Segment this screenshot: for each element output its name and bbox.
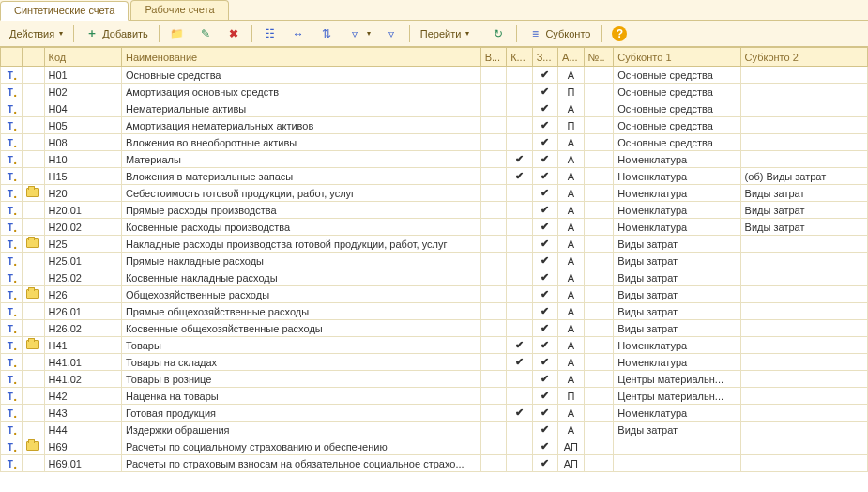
check-icon: ✔ [541, 85, 549, 97]
cell-name: Основные средства [121, 67, 480, 84]
table-row[interactable]: TН20.01Прямые расходы производства✔АНоме… [1, 202, 868, 219]
table-row[interactable]: TН43Готовая продукция✔✔АНоменклатура [1, 405, 868, 422]
table-row[interactable]: TН08Вложения во внеоборотные активы✔АОсн… [1, 134, 868, 151]
cell-z: ✔ [532, 337, 557, 354]
cell-sub2 [740, 438, 867, 455]
table-row[interactable]: TН26.02Косвенные общехозяйственные расхо… [1, 320, 868, 337]
cell-a: А [558, 185, 584, 202]
table-row[interactable]: TН02Амортизация основных средств✔ПОсновн… [1, 84, 868, 100]
cell-a: АП [558, 438, 584, 455]
help-icon: ? [612, 26, 627, 41]
clear-filter-button[interactable]: ▿ [378, 23, 404, 44]
table-row[interactable]: TН69Расчеты по социальному страхованию и… [1, 438, 868, 455]
cell-sub2 [740, 269, 867, 286]
table-row[interactable]: TН41Товары✔✔АНоменклатура [1, 337, 868, 354]
col-k[interactable]: К... [507, 48, 532, 67]
tab-working-accounts[interactable]: Рабочие счета [130, 0, 228, 20]
cell-name: Расчеты по страховым взносам на обязател… [121, 455, 480, 472]
row-marker: T [1, 455, 23, 472]
subkonto-button[interactable]: ≡ Субконто [522, 23, 596, 44]
table-row[interactable]: TН26Общехозяйственные расходы✔АВиды затр… [1, 286, 868, 303]
table-row[interactable]: TН10Материалы✔✔АНоменклатура [1, 151, 868, 168]
col-sub2[interactable]: Субконто 2 [740, 48, 867, 67]
pencil-icon: ✎ [198, 26, 213, 41]
col-code[interactable]: Код [44, 48, 121, 67]
check-icon: ✔ [541, 187, 549, 198]
filter-button[interactable]: ▿▾ [342, 23, 376, 44]
cell-sub2 [740, 100, 867, 117]
col-a[interactable]: А... [558, 48, 584, 67]
col-sub1[interactable]: Субконто 1 [614, 48, 740, 67]
cell-sub2 [740, 388, 867, 405]
tab-synthetic-accounts[interactable]: Синтетические счета [0, 1, 129, 21]
actions-button[interactable]: Действия▾ [4, 23, 69, 44]
cell-k [507, 134, 532, 151]
table-row[interactable]: TН42Наценка на товары✔ПЦентры материальн… [1, 388, 868, 405]
table-row[interactable]: TН44Издержки обращения✔АВиды затрат [1, 422, 868, 438]
col-z[interactable]: З... [532, 48, 557, 67]
table-row[interactable]: TН04Нематериальные активы✔АОсновные сред… [1, 100, 868, 117]
cell-n [584, 422, 614, 438]
cell-sub1: Виды затрат [614, 269, 740, 286]
cell-name: Товары в рознице [121, 371, 480, 388]
help-button[interactable]: ? [606, 23, 632, 44]
row-icon-cell [23, 253, 44, 269]
cell-k [507, 455, 532, 472]
row-icon-cell [23, 236, 44, 253]
row-icon-cell [23, 67, 44, 84]
cell-z: ✔ [532, 202, 557, 219]
cell-k: ✔ [507, 405, 532, 422]
goto-button[interactable]: Перейти▾ [415, 23, 476, 44]
cell-z: ✔ [532, 100, 557, 117]
cell-code: Н69.01 [44, 455, 121, 472]
table-row[interactable]: TН20Себестоимость готовой продукции, раб… [1, 185, 868, 202]
row-icon-cell [23, 219, 44, 236]
table-row[interactable]: TН01Основные средства✔АОсновные средства [1, 67, 868, 84]
folder-icon [26, 340, 39, 349]
move-button[interactable]: ↔ [285, 23, 312, 44]
add-button[interactable]: ＋ Добавить [79, 23, 154, 44]
folder-icon [26, 188, 39, 197]
table-row[interactable]: TН25.02Косвенные накладные расходы✔АВиды… [1, 269, 868, 286]
delete-button[interactable]: ✖ [221, 23, 247, 44]
col-name[interactable]: Наименование [121, 48, 480, 67]
col-v[interactable]: В... [480, 48, 506, 67]
cell-code: Н20.02 [44, 219, 121, 236]
table-row[interactable]: TН20.02Косвенные расходы производства✔АН… [1, 219, 868, 236]
hierarchy-button[interactable]: ⇅ [313, 23, 340, 44]
tree-button[interactable]: ☷ [257, 23, 283, 44]
table-row[interactable]: TН26.01Прямые общехозяйственные расходы✔… [1, 303, 868, 320]
table-row[interactable]: TН41.01Товары на складах✔✔АНоменклатура [1, 354, 868, 371]
cell-name: Косвенные расходы производства [121, 219, 480, 236]
plus-icon: ＋ [84, 26, 99, 41]
table-row[interactable]: TН41.02Товары в рознице✔АЦентры материал… [1, 371, 868, 388]
edit-button[interactable]: ✎ [192, 23, 219, 44]
cell-sub2 [740, 337, 867, 354]
folder-icon [26, 441, 39, 451]
col-marker[interactable] [1, 48, 23, 67]
row-marker: T [1, 253, 23, 269]
table-row[interactable]: TН69.01Расчеты по страховым взносам на о… [1, 455, 868, 472]
col-icon[interactable] [23, 48, 44, 67]
cell-z: ✔ [532, 405, 557, 422]
table-row[interactable]: TН15Вложения в материальные запасы✔✔АНом… [1, 168, 868, 185]
row-icon-cell [23, 455, 44, 472]
cell-k [507, 84, 532, 100]
table-row[interactable]: TН05Амортизация нематериальных активов✔П… [1, 117, 868, 134]
col-n[interactable]: №.. [584, 48, 614, 67]
row-marker: T [1, 320, 23, 337]
cell-name: Прямые общехозяйственные расходы [121, 303, 480, 320]
table-row[interactable]: TН25Накладные расходы производства готов… [1, 236, 868, 253]
cell-sub1: Основные средства [614, 84, 740, 100]
cell-n [584, 134, 614, 151]
cell-z: ✔ [532, 371, 557, 388]
row-icon-cell [23, 84, 44, 100]
t-marker-icon: T [8, 273, 16, 284]
cell-k [507, 303, 532, 320]
refresh-button[interactable]: ↻ [485, 23, 511, 44]
add-group-button[interactable]: 📁 [164, 23, 190, 44]
check-icon: ✔ [541, 423, 549, 435]
table-row[interactable]: TН25.01Прямые накладные расходы✔АВиды за… [1, 253, 868, 269]
row-marker: T [1, 151, 23, 168]
cell-v [480, 134, 506, 151]
